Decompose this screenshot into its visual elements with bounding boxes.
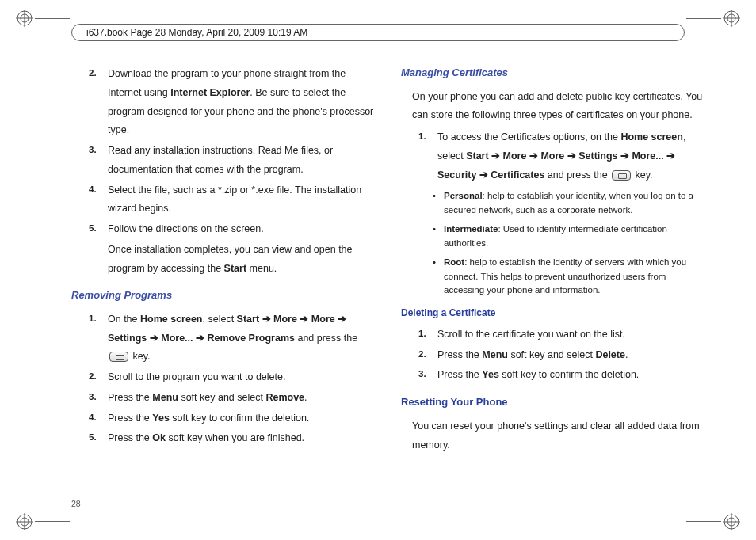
bullet-dot: • xyxy=(433,256,444,298)
left-column: 2. Download the program to your phone st… xyxy=(71,63,379,496)
list-number: 3. xyxy=(89,142,108,180)
list-number: 1. xyxy=(418,325,437,344)
crop-mark-icon xyxy=(16,513,33,530)
ok-key-icon xyxy=(109,352,128,362)
list-item: 4. Press the Yes soft key to confirm the… xyxy=(89,409,379,428)
list-item: 3. Press the Yes soft key to confirm the… xyxy=(418,366,708,385)
list-number: 1. xyxy=(418,128,437,184)
right-column: Managing Certificates On your phone you … xyxy=(401,63,708,496)
list-item: 5. Press the Ok soft key when you are fi… xyxy=(89,429,379,448)
page-content: 2. Download the program to your phone st… xyxy=(71,63,708,496)
list-number: 3. xyxy=(89,389,108,408)
crop-line xyxy=(35,18,70,19)
list-body: Press the Menu soft key and select Remov… xyxy=(108,389,379,408)
list-body: Select the file, such as a *.zip or *.ex… xyxy=(108,181,379,219)
crop-mark-icon xyxy=(723,513,740,530)
crop-mark-icon xyxy=(16,10,33,27)
list-number: 3. xyxy=(418,366,437,385)
list-number: 2. xyxy=(89,368,108,387)
list-number: 5. xyxy=(89,429,108,448)
list-number: 4. xyxy=(89,181,108,219)
list-body: Read any installation instructions, Read… xyxy=(108,142,379,180)
list-number: 2. xyxy=(89,65,108,140)
list-item: 4. Select the file, such as a *.zip or *… xyxy=(89,181,379,219)
list-item: 3. Press the Menu soft key and select Re… xyxy=(89,389,379,408)
paragraph: On your phone you can add and delete pub… xyxy=(412,88,708,126)
list-number: 1. xyxy=(89,310,108,367)
ok-key-icon xyxy=(612,170,631,181)
list-item: 2. Scroll to the program you want to del… xyxy=(89,368,379,387)
list-item: 2. Download the program to your phone st… xyxy=(89,65,379,140)
list-item: 1. Scroll to the certificate you want on… xyxy=(418,325,708,344)
page-header-caption: i637.book Page 28 Monday, April 20, 2009… xyxy=(71,24,685,41)
crop-line xyxy=(686,18,721,19)
list-item: 2. Press the Menu soft key and select De… xyxy=(418,346,708,365)
bullet-dot: • xyxy=(433,189,444,218)
list-body: Press the Menu soft key and select Delet… xyxy=(437,346,708,365)
list-item: 1. To access the Certificates options, o… xyxy=(418,128,708,184)
list-body: To access the Certificates options, on t… xyxy=(437,128,708,184)
list-body: Press the Yes soft key to confirm the de… xyxy=(108,409,379,428)
list-number: 4. xyxy=(89,409,108,428)
list-body: On the Home screen, select Start ➔ More … xyxy=(108,310,379,367)
list-number: 2. xyxy=(418,346,437,365)
list-body: Follow the directions on the screen. xyxy=(108,220,379,239)
bullet-item: • Intermediate: Used to identify interme… xyxy=(433,222,708,251)
heading-resetting-phone: Resetting Your Phone xyxy=(401,393,708,413)
continuation-text: Once installation completes, you can vie… xyxy=(108,241,379,279)
crop-line xyxy=(686,521,721,522)
heading-deleting-certificate: Deleting a Certificate xyxy=(401,304,708,322)
bullet-item: • Personal: help to establish your ident… xyxy=(433,189,708,218)
heading-managing-certificates: Managing Certificates xyxy=(401,63,708,83)
list-body: Scroll to the certificate you want on th… xyxy=(437,325,708,344)
list-body: Download the program to your phone strai… xyxy=(108,65,379,140)
list-body: Scroll to the program you want to delete… xyxy=(108,368,379,387)
paragraph: You can reset your phone's settings and … xyxy=(412,417,708,455)
bullet-item: • Root: help to establish the identity o… xyxy=(433,256,708,298)
list-item: 5. Follow the directions on the screen. xyxy=(89,220,379,239)
list-body: Press the Ok soft key when you are finis… xyxy=(108,429,379,448)
bullet-dot: • xyxy=(433,222,444,251)
list-number: 5. xyxy=(89,220,108,239)
crop-mark-icon xyxy=(723,10,740,27)
crop-line xyxy=(35,521,70,522)
heading-removing-programs: Removing Programs xyxy=(71,286,379,306)
page-number: 28 xyxy=(71,499,81,508)
list-item: 3. Read any installation instructions, R… xyxy=(89,142,379,180)
list-item: 1. On the Home screen, select Start ➔ Mo… xyxy=(89,310,379,367)
list-body: Press the Yes soft key to confirm the de… xyxy=(437,366,708,385)
